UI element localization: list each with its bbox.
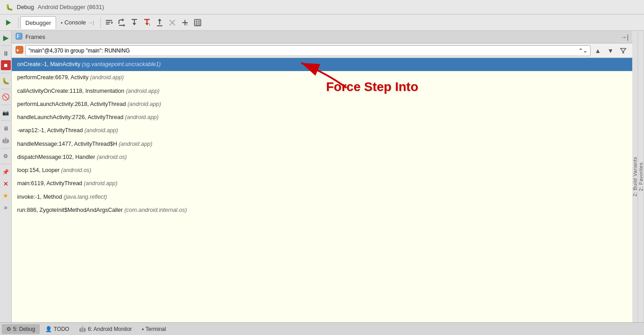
sidebar-no-button[interactable]: 🚫	[1, 92, 11, 102]
debug-icon: 🐛	[5, 4, 13, 11]
debugger-tab-label: Debugger	[25, 19, 51, 26]
svg-text:!: !	[149, 23, 150, 27]
step-over-button[interactable]	[115, 16, 128, 29]
thread-up-button[interactable]: ▲	[592, 45, 603, 56]
svg-marker-15	[158, 19, 161, 21]
force-step-into-button[interactable]: !	[141, 16, 153, 29]
app-name: Android Debugger (8631)	[38, 4, 104, 10]
stack-frame-item[interactable]: -wrap12:-1, ActivityThread (android.app)	[12, 124, 632, 137]
android-monitor-tab-icon: 🤖	[79, 326, 86, 332]
todo-tab-icon: 👤	[45, 326, 52, 332]
console-tab[interactable]: ▪ Console →|	[56, 17, 99, 28]
thread-icon: ▸	[15, 46, 24, 55]
sidebar-camera-button[interactable]: 📷	[1, 108, 11, 118]
svg-marker-11	[145, 23, 149, 25]
bottom-tab-terminal[interactable]: ▪ Terminal	[137, 324, 171, 334]
toolbar: Debugger ▪ Console →|	[0, 14, 644, 31]
debug-tab-label: 5: Debug	[13, 326, 35, 332]
panel-wrapper: Force Step Into F Frames →|	[12, 31, 632, 322]
stack-frame-item[interactable]: dispatchMessage:102, Handler (android.os…	[12, 151, 632, 164]
stack-frame-item[interactable]: onCreate:-1, MainActivity (sg.vantagepoi…	[12, 58, 632, 71]
frame-method: handleLaunchActivity:2726, ActivityThrea…	[17, 114, 125, 120]
frame-package: (android.app)	[118, 141, 152, 147]
stack-frame-item[interactable]: handleLaunchActivity:2726, ActivityThrea…	[12, 111, 632, 124]
left-sidebar: ▶ ⏸ ■ 🐛 🚫 📷 🖥 🤖 ⚙ 📌 ✕ ★ »	[0, 31, 12, 322]
stack-frame-item[interactable]: run:886, ZygoteInit$MethodAndArgsCaller …	[12, 204, 632, 217]
main-area: ▶ ⏸ ■ 🐛 🚫 📷 🖥 🤖 ⚙ 📌 ✕ ★ »	[0, 31, 644, 322]
frame-method: run:886, ZygoteInit$MethodAndArgsCaller	[17, 207, 124, 213]
frame-method: -wrap12:-1, ActivityThread	[17, 127, 85, 134]
bottom-tab-android-monitor[interactable]: 🤖 6: Android Monitor	[75, 324, 136, 334]
frame-method: invoke:-1, Method	[17, 194, 64, 200]
debug-tab-icon: ⚙	[6, 326, 11, 332]
sidebar-favorites[interactable]: 2: Favorites	[638, 31, 644, 322]
frames-list[interactable]: onCreate:-1, MainActivity (sg.vantagepoi…	[12, 58, 632, 322]
frame-package: (android.os)	[61, 167, 91, 173]
stack-frame-item[interactable]: performLaunchActivity:2618, ActivityThre…	[12, 98, 632, 111]
stack-frame-item[interactable]: handleMessage:1477, ActivityThread$H (an…	[12, 138, 632, 151]
drop-frame-button[interactable]	[166, 16, 179, 29]
thread-down-button[interactable]: ▼	[605, 45, 616, 56]
stack-frame-item[interactable]: main:6119, ActivityThread (android.app)	[12, 177, 632, 190]
run-button[interactable]	[2, 16, 14, 29]
frame-method: performLaunchActivity:2618, ActivityThre…	[17, 101, 128, 107]
debug-panel: F Frames →| ▸ "main"@4,370 in group "mai…	[12, 31, 632, 322]
terminal-tab-label: Terminal	[146, 326, 166, 332]
svg-text:F: F	[17, 34, 19, 39]
bottom-bar: ⚙ 5: Debug 👤 TODO 🤖 6: Android Monitor ▪…	[0, 322, 644, 335]
sidebar-build-variants[interactable]: 2: Build Variants	[632, 31, 638, 322]
svg-rect-0	[106, 22, 110, 23]
sidebar-close-button[interactable]: ✕	[1, 179, 11, 189]
frames-icon: F	[15, 33, 23, 41]
sidebar-star-button[interactable]: ★	[1, 191, 11, 201]
svg-marker-8	[133, 23, 136, 25]
frame-package: (android.app)	[125, 114, 158, 120]
frame-method: main:6119, ActivityThread	[17, 180, 84, 187]
evaluate-button[interactable]: i	[179, 16, 191, 29]
sidebar-pause-button[interactable]: ⏸	[1, 48, 11, 58]
svg-text:i: i	[186, 22, 187, 27]
sidebar-run-button[interactable]: ▶	[1, 33, 11, 43]
console-tab-label: Console	[64, 19, 86, 26]
frame-package: (android.app)	[85, 127, 118, 134]
svg-rect-2	[106, 24, 109, 24]
stack-frame-item[interactable]: loop:154, Looper (android.os)	[12, 164, 632, 177]
frame-package: (sg.vantagepoint.uncrackable1)	[82, 61, 161, 67]
debugger-tab[interactable]: Debugger	[20, 16, 56, 29]
build-variants-label: 2: Build Variants	[632, 157, 638, 196]
bottom-tab-debug[interactable]: ⚙ 5: Debug	[2, 324, 40, 334]
svg-rect-1	[106, 20, 112, 21]
sidebar-pin-button[interactable]: 📌	[1, 167, 11, 177]
frame-method: handleMessage:1477, ActivityThread$H	[17, 141, 118, 147]
sidebar-bug-button[interactable]: 🐛	[1, 76, 11, 86]
show-execution-point-button[interactable]	[103, 16, 115, 29]
thread-display: "main"@4,370 in group "main": RUNNING	[28, 48, 130, 54]
sidebar-monitor-button[interactable]: 🖥	[1, 124, 11, 134]
thread-selector[interactable]: "main"@4,370 in group "main": RUNNING ⌃⌄	[25, 45, 591, 56]
thread-filter-button[interactable]	[618, 45, 629, 56]
stack-frame-item[interactable]: performCreate:6679, Activity (android.ap…	[12, 71, 632, 84]
frame-package: (android.os)	[97, 154, 127, 160]
step-out-button[interactable]	[153, 16, 166, 29]
frame-method: onCreate:-1, MainActivity	[17, 61, 82, 67]
frame-method: loop:154, Looper	[17, 167, 61, 173]
sidebar-gear-button[interactable]: ⚙	[1, 151, 11, 161]
todo-tab-label: TODO	[54, 326, 69, 332]
step-into-button[interactable]	[128, 16, 141, 29]
frame-method: callActivityOnCreate:1118, Instrumentati…	[17, 88, 126, 94]
stack-frame-item[interactable]: invoke:-1, Method (java.lang.reflect)	[12, 191, 632, 204]
frame-package: (android.app)	[90, 74, 123, 81]
svg-marker-4	[122, 19, 124, 21]
frame-package: (android.app)	[128, 101, 161, 107]
table-view-button[interactable]	[191, 16, 204, 29]
sidebar-stop-button[interactable]: ■	[1, 60, 11, 70]
bottom-tab-todo[interactable]: 👤 TODO	[41, 324, 74, 334]
frame-package: (java.lang.reflect)	[64, 194, 107, 200]
sidebar-android-button[interactable]: 🤖	[1, 135, 11, 145]
title-bar: 🐛 Debug Android Debugger (8631)	[0, 0, 644, 14]
stack-frame-item[interactable]: callActivityOnCreate:1118, Instrumentati…	[12, 85, 632, 98]
frames-settings-button[interactable]: →|	[620, 34, 629, 41]
sidebar-more-button[interactable]: »	[1, 202, 11, 212]
frame-package: (android.app)	[126, 88, 159, 94]
thread-selector-chevron: ⌃⌄	[578, 48, 587, 54]
